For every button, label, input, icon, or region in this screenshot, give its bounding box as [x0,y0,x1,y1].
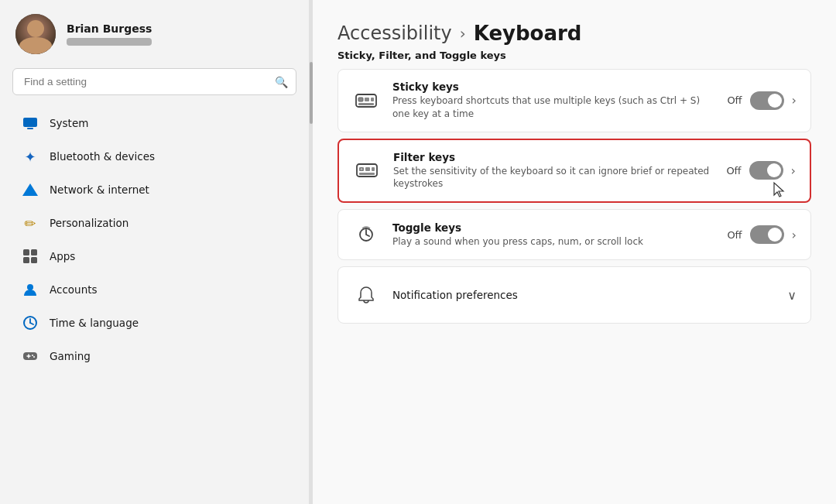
sidebar-item-gaming[interactable]: Gaming [6,340,303,372]
accounts-icon [22,281,39,298]
user-profile: Brian Burgess [0,0,309,65]
sidebar-item-label-personalization: Personalization [50,217,128,229]
filter-keys-status: Off [726,165,741,177]
sidebar-item-apps[interactable]: Apps [6,240,303,273]
svg-rect-1 [27,128,33,129]
section-title: Sticky, Filter, and Toggle keys [337,50,811,61]
sidebar-item-bluetooth[interactable]: ✦ Bluetooth & devices [6,140,303,173]
svg-rect-25 [372,167,375,171]
toggle-keys-name: Toggle keys [392,221,714,234]
user-email-bar [67,38,152,46]
search-input[interactable] [12,68,296,95]
sticky-keys-toggle[interactable] [750,91,784,110]
svg-rect-17 [358,98,363,101]
toggle-keys-info: Toggle keys Play a sound when you press … [392,221,714,249]
svg-rect-6 [31,257,37,263]
filter-keys-icon [353,156,381,184]
svg-rect-0 [23,118,37,127]
nav-list: System ✦ Bluetooth & devices Network & i… [0,103,309,504]
sidebar-item-network[interactable]: Network & internet [6,173,303,206]
user-name: Brian Burgess [67,22,152,35]
system-icon [22,115,39,132]
filter-keys-row: Filter keys Set the sensitivity of the k… [339,140,810,202]
sidebar-item-personalization[interactable]: ✏️ Personalization [6,207,303,239]
sidebar-item-time[interactable]: Time & language [6,307,303,339]
notification-expand-chevron[interactable]: ∨ [787,288,797,303]
sticky-keys-icon [352,87,380,115]
apps-icon [22,248,39,265]
filter-keys-name: Filter keys [393,151,714,163]
svg-rect-19 [365,98,369,101]
sticky-keys-card: Sticky keys Press keyboard shortcuts tha… [337,69,811,132]
svg-marker-2 [22,183,38,196]
filter-keys-chevron[interactable]: › [791,163,796,178]
notification-preferences-card: Notification preferences ∨ [337,266,811,324]
sidebar-item-label-network: Network & internet [50,183,149,196]
filter-keys-control: Off › [726,161,796,180]
filter-keys-card: Filter keys Set the sensitivity of the k… [337,139,811,204]
breadcrumb-chevron: › [460,24,466,43]
avatar [15,14,56,54]
sidebar-item-label-bluetooth: Bluetooth & devices [50,150,155,163]
breadcrumb-parent: Accessibility [337,22,452,44]
svg-marker-28 [774,183,783,197]
filter-keys-desc: Set the sensitivity of the keyboard so i… [393,165,714,191]
sidebar-item-label-gaming: Gaming [50,350,91,362]
svg-rect-26 [359,173,375,175]
bluetooth-icon: ✦ [22,148,39,165]
breadcrumb-current: Keyboard [474,22,582,45]
sidebar-item-label-system: System [50,117,88,129]
toggle-keys-chevron[interactable]: › [792,228,797,242]
sticky-keys-info: Sticky keys Press keyboard shortcuts tha… [392,81,714,121]
sticky-keys-desc: Press keyboard shortcuts that use multip… [392,94,714,121]
main-content: Accessibility › Keyboard Sticky, Filter,… [313,0,836,504]
svg-rect-21 [358,103,374,105]
sidebar-item-accounts[interactable]: Accounts [6,273,303,306]
network-icon [22,181,39,198]
svg-point-7 [27,284,33,290]
search-icon: 🔍 [275,76,288,88]
user-info: Brian Burgess [67,22,152,46]
sidebar-item-label-accounts: Accounts [50,283,98,296]
svg-rect-20 [371,98,374,101]
sticky-keys-chevron[interactable]: › [792,93,797,108]
svg-rect-24 [365,167,370,171]
filter-keys-toggle[interactable] [749,161,783,180]
filter-keys-info: Filter keys Set the sensitivity of the k… [393,151,714,191]
time-icon [22,314,39,331]
sticky-keys-row: Sticky keys Press keyboard shortcuts tha… [338,70,810,132]
sidebar-item-label-time: Time & language [50,317,139,329]
svg-rect-3 [23,249,29,255]
toggle-keys-card: Toggle keys Play a sound when you press … [337,209,811,260]
toggle-keys-desc: Play a sound when you press caps, num, o… [392,235,714,249]
toggle-keys-row: Toggle keys Play a sound when you press … [338,210,810,259]
page-header: Accessibility › Keyboard [337,22,811,45]
sticky-keys-control: Off › [727,91,797,110]
gaming-icon [22,348,39,365]
sidebar-item-label-apps: Apps [50,250,75,262]
search-box: 🔍 [12,68,296,95]
notification-preferences-row[interactable]: Notification preferences ∨ [338,267,810,323]
sidebar: Brian Burgess 🔍 System ✦ Bluetooth & dev… [0,0,310,504]
toggle-keys-status: Off [727,229,742,241]
svg-point-27 [360,168,363,171]
svg-point-15 [33,356,35,358]
cursor-icon [773,181,786,198]
toggle-keys-icon [352,221,380,249]
svg-rect-5 [23,257,29,263]
notification-preferences-label: Notification preferences [392,289,775,301]
svg-rect-4 [31,249,37,255]
svg-point-14 [32,355,33,356]
sticky-keys-name: Sticky keys [392,81,714,93]
personalization-icon: ✏️ [22,214,39,231]
notification-icon [352,281,380,309]
sticky-keys-status: Off [727,94,742,106]
svg-line-10 [30,323,33,324]
toggle-keys-control: Off › [727,225,797,244]
sidebar-item-system[interactable]: System [6,107,303,139]
toggle-keys-toggle[interactable] [750,225,784,244]
